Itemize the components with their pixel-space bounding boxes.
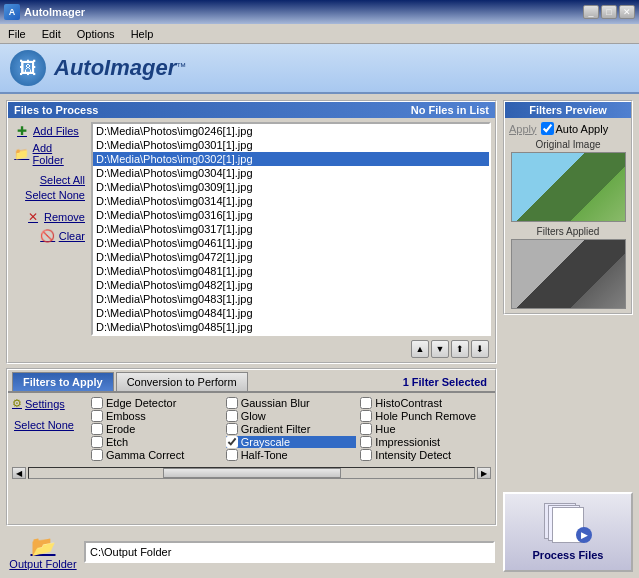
filter-checkbox[interactable] bbox=[91, 423, 103, 435]
filter-item[interactable]: Etch bbox=[91, 436, 222, 448]
auto-apply-checkbox[interactable] bbox=[541, 122, 554, 135]
filter-item[interactable]: HistoContrast bbox=[360, 397, 491, 409]
filter-label: Half-Tone bbox=[241, 449, 288, 461]
filter-item[interactable]: Emboss bbox=[91, 410, 222, 422]
hscroll-thumb[interactable] bbox=[163, 468, 341, 478]
filters-tabs: Filters to Apply Conversion to Perform 1… bbox=[8, 370, 495, 393]
file-item[interactable]: D:\Media\Photos\img0316[1].jpg bbox=[93, 208, 489, 222]
hscroll-right[interactable]: ▶ bbox=[477, 467, 491, 479]
menubar: File Edit Options Help bbox=[0, 24, 639, 44]
move-up-button[interactable]: ▲ bbox=[411, 340, 429, 358]
auto-apply-control[interactable]: Auto Apply bbox=[541, 122, 609, 135]
titlebar-title: AutoImager bbox=[24, 6, 85, 18]
file-list-container[interactable]: D:\Media\Photos\img0246[1].jpgD:\Media\P… bbox=[91, 122, 491, 336]
file-item[interactable]: D:\Media\Photos\img0461[1].jpg bbox=[93, 236, 489, 250]
file-item[interactable]: D:\Media\Photos\img0304[1].jpg bbox=[93, 166, 489, 180]
clear-button[interactable]: 🚫 Clear bbox=[12, 227, 87, 245]
filter-checkbox[interactable] bbox=[226, 436, 238, 448]
filter-item[interactable]: Hole Punch Remove bbox=[360, 410, 491, 422]
filter-item[interactable]: Half-Tone bbox=[226, 449, 357, 461]
filter-item[interactable]: Intensity Detect bbox=[360, 449, 491, 461]
filter-label: Edge Detector bbox=[106, 397, 176, 409]
file-item[interactable]: D:\Media\Photos\img0482[1].jpg bbox=[93, 278, 489, 292]
filter-item[interactable]: Impressionist bbox=[360, 436, 491, 448]
filter-item[interactable]: Gradient Filter bbox=[226, 423, 357, 435]
app-logo: 🖼 bbox=[10, 50, 46, 86]
files-section-title: Files to Process bbox=[14, 104, 98, 116]
filter-item[interactable]: Edge Detector bbox=[91, 397, 222, 409]
process-files-button[interactable]: ▶ Process Files bbox=[503, 492, 633, 572]
hscroll-track[interactable] bbox=[28, 467, 475, 479]
file-list[interactable]: D:\Media\Photos\img0246[1].jpgD:\Media\P… bbox=[93, 124, 489, 334]
filter-checkbox[interactable] bbox=[360, 436, 372, 448]
output-folder-button[interactable]: 📂 Output Folder bbox=[8, 534, 78, 570]
menu-options[interactable]: Options bbox=[73, 27, 119, 41]
menu-file[interactable]: File bbox=[4, 27, 30, 41]
menu-edit[interactable]: Edit bbox=[38, 27, 65, 41]
filter-checkbox[interactable] bbox=[360, 423, 372, 435]
select-all-button[interactable]: Select All bbox=[12, 173, 87, 187]
file-item[interactable]: D:\Media\Photos\img0301[1].jpg bbox=[93, 138, 489, 152]
filter-checkbox[interactable] bbox=[226, 449, 238, 461]
tab-conversion[interactable]: Conversion to Perform bbox=[116, 372, 248, 391]
process-files-icon: ▶ bbox=[544, 503, 592, 545]
filter-checkbox[interactable] bbox=[226, 410, 238, 422]
minimize-button[interactable]: _ bbox=[583, 5, 599, 19]
filters-sidebar: ⚙ Settings Select None bbox=[12, 397, 87, 461]
file-item[interactable]: D:\Media\Photos\img0481[1].jpg bbox=[93, 264, 489, 278]
apply-link[interactable]: Apply bbox=[509, 123, 537, 135]
filter-label: Glow bbox=[241, 410, 266, 422]
filter-label: Impressionist bbox=[375, 436, 440, 448]
move-top-button[interactable]: ⬆ bbox=[451, 340, 469, 358]
filter-item[interactable]: Grayscale bbox=[226, 436, 357, 448]
filter-checkbox[interactable] bbox=[360, 410, 372, 422]
filter-item[interactable]: Gamma Correct bbox=[91, 449, 222, 461]
close-button[interactable]: ✕ bbox=[619, 5, 635, 19]
output-footer: 📂 Output Folder bbox=[6, 532, 497, 572]
select-none-button-files[interactable]: Select None bbox=[12, 188, 87, 202]
output-path-input[interactable] bbox=[84, 541, 495, 563]
filter-item[interactable]: Glow bbox=[226, 410, 357, 422]
file-item[interactable]: D:\Media\Photos\img0314[1].jpg bbox=[93, 194, 489, 208]
filter-checkbox[interactable] bbox=[91, 397, 103, 409]
file-item[interactable]: D:\Media\Photos\img0472[1].jpg bbox=[93, 250, 489, 264]
settings-icon: ⚙ bbox=[12, 397, 22, 410]
settings-button[interactable]: ⚙ Settings bbox=[12, 397, 87, 410]
filter-checkbox[interactable] bbox=[360, 397, 372, 409]
filter-checkbox[interactable] bbox=[91, 449, 103, 461]
filter-item[interactable]: Erode bbox=[91, 423, 222, 435]
filter-checkbox[interactable] bbox=[91, 410, 103, 422]
files-section-header: Files to Process No Files in List bbox=[8, 102, 495, 118]
file-item[interactable]: D:\Media\Photos\img0483[1].jpg bbox=[93, 292, 489, 306]
filter-item[interactable]: Gaussian Blur bbox=[226, 397, 357, 409]
app-header: 🖼 AutoImager™ bbox=[0, 44, 639, 94]
move-down-button[interactable]: ▼ bbox=[431, 340, 449, 358]
move-bottom-button[interactable]: ⬇ bbox=[471, 340, 489, 358]
filter-checkbox[interactable] bbox=[360, 449, 372, 461]
tab-filters-apply[interactable]: Filters to Apply bbox=[12, 372, 114, 391]
file-item[interactable]: D:\Media\Photos\img0484[1].jpg bbox=[93, 306, 489, 320]
filter-item[interactable]: Hue bbox=[360, 423, 491, 435]
maximize-button[interactable]: □ bbox=[601, 5, 617, 19]
filtered-image-label: Filters Applied bbox=[509, 226, 627, 237]
filter-checkbox[interactable] bbox=[91, 436, 103, 448]
preview-section: Filters Preview Apply Auto Apply Origina… bbox=[503, 100, 633, 315]
menu-help[interactable]: Help bbox=[127, 27, 158, 41]
remove-button[interactable]: ✕ Remove bbox=[12, 208, 87, 226]
filter-label: Hole Punch Remove bbox=[375, 410, 476, 422]
file-item[interactable]: D:\Media\Photos\img0246[1].jpg bbox=[93, 124, 489, 138]
filter-checkbox[interactable] bbox=[226, 423, 238, 435]
hscroll-left[interactable]: ◀ bbox=[12, 467, 26, 479]
file-item[interactable]: D:\Media\Photos\img0485[1].jpg bbox=[93, 320, 489, 334]
add-folder-button[interactable]: 📁 Add Folder bbox=[12, 141, 87, 167]
file-item[interactable]: D:\Media\Photos\img0309[1].jpg bbox=[93, 180, 489, 194]
add-files-button[interactable]: ✚ Add Files bbox=[12, 122, 87, 140]
filter-label: Grayscale bbox=[241, 436, 291, 448]
file-item[interactable]: D:\Media\Photos\img0317[1].jpg bbox=[93, 222, 489, 236]
file-item[interactable]: D:\Media\Photos\img0302[1].jpg bbox=[93, 152, 489, 166]
files-count-status: No Files in List bbox=[411, 104, 489, 116]
select-none-button-filters[interactable]: Select None bbox=[12, 418, 87, 432]
filter-checkbox[interactable] bbox=[226, 397, 238, 409]
titlebar-controls[interactable]: _ □ ✕ bbox=[583, 5, 635, 19]
filtered-image-preview bbox=[511, 239, 626, 309]
